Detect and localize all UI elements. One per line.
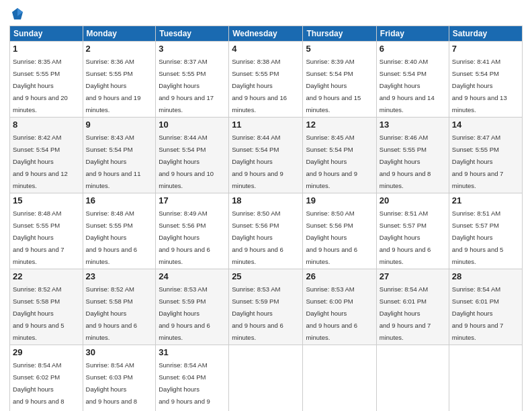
day-number: 31 [159,347,226,357]
day-info: Sunrise: 8:54 AMSunset: 6:02 PMDaylight … [13,361,64,411]
day-info: Sunrise: 8:53 AMSunset: 5:59 PMDaylight … [232,285,283,341]
day-info: Sunrise: 8:52 AMSunset: 5:58 PMDaylight … [13,285,64,341]
day-info: Sunrise: 8:38 AMSunset: 5:55 PMDaylight … [232,58,287,113]
logo [9,7,24,21]
calendar-day-cell: 7 Sunrise: 8:41 AMSunset: 5:54 PMDayligh… [449,42,522,118]
calendar-day-cell: 18 Sunrise: 8:50 AMSunset: 5:56 PMDaylig… [229,193,303,269]
calendar-day-cell: 31 Sunrise: 8:54 AMSunset: 6:04 PMDaylig… [156,345,229,412]
calendar-table: SundayMondayTuesdayWednesdayThursdayFrid… [9,26,523,411]
day-info: Sunrise: 8:44 AMSunset: 5:54 PMDaylight … [232,134,283,189]
day-info: Sunrise: 8:50 AMSunset: 5:56 PMDaylight … [306,210,357,265]
day-info: Sunrise: 8:54 AMSunset: 6:03 PMDaylight … [86,361,138,411]
day-info: Sunrise: 8:44 AMSunset: 5:54 PMDaylight … [159,134,214,189]
day-number: 2 [86,44,153,54]
day-number: 11 [232,120,300,130]
day-number: 7 [452,44,519,54]
day-info: Sunrise: 8:42 AMSunset: 5:54 PMDaylight … [13,134,68,189]
day-number: 27 [380,271,446,281]
calendar-day-cell: 26 Sunrise: 8:53 AMSunset: 6:00 PMDaylig… [303,269,376,345]
calendar-day-cell: 8 Sunrise: 8:42 AMSunset: 5:54 PMDayligh… [10,118,83,193]
calendar-body: 1 Sunrise: 8:35 AMSunset: 5:55 PMDayligh… [10,42,523,412]
calendar-day-cell [303,345,376,412]
day-info: Sunrise: 8:49 AMSunset: 5:56 PMDaylight … [159,210,210,265]
calendar-week-row: 15 Sunrise: 8:48 AMSunset: 5:55 PMDaylig… [10,193,523,269]
day-number: 25 [232,271,300,281]
day-info: Sunrise: 8:43 AMSunset: 5:54 PMDaylight … [86,134,141,189]
calendar-day-cell: 10 Sunrise: 8:44 AMSunset: 5:54 PMDaylig… [156,118,229,193]
day-info: Sunrise: 8:40 AMSunset: 5:54 PMDaylight … [380,58,435,113]
day-number: 26 [306,271,373,281]
day-number: 10 [159,120,226,130]
day-info: Sunrise: 8:46 AMSunset: 5:55 PMDaylight … [380,134,431,189]
day-number: 4 [232,44,300,54]
day-number: 18 [232,195,300,205]
day-info: Sunrise: 8:37 AMSunset: 5:55 PMDaylight … [159,58,214,113]
day-number: 20 [380,195,446,205]
calendar-day-cell: 2 Sunrise: 8:36 AMSunset: 5:55 PMDayligh… [83,42,156,118]
day-number: 22 [13,271,80,281]
calendar-day-cell: 11 Sunrise: 8:44 AMSunset: 5:54 PMDaylig… [229,118,303,193]
calendar-day-cell: 6 Sunrise: 8:40 AMSunset: 5:54 PMDayligh… [376,42,449,118]
day-info: Sunrise: 8:53 AMSunset: 5:59 PMDaylight … [159,285,210,341]
calendar-day-cell: 12 Sunrise: 8:45 AMSunset: 5:54 PMDaylig… [303,118,376,193]
calendar-day-cell: 1 Sunrise: 8:35 AMSunset: 5:55 PMDayligh… [10,42,83,118]
day-info: Sunrise: 8:51 AMSunset: 5:57 PMDaylight … [452,210,504,265]
calendar-day-cell: 4 Sunrise: 8:38 AMSunset: 5:55 PMDayligh… [229,42,303,118]
day-number: 30 [86,347,153,357]
day-info: Sunrise: 8:36 AMSunset: 5:55 PMDaylight … [86,58,141,113]
calendar-day-cell: 19 Sunrise: 8:50 AMSunset: 5:56 PMDaylig… [303,193,376,269]
header [9,7,523,21]
day-number: 14 [452,120,519,130]
day-info: Sunrise: 8:48 AMSunset: 5:55 PMDaylight … [13,210,64,265]
calendar-day-cell [229,345,303,412]
calendar-header-row: SundayMondayTuesdayWednesdayThursdayFrid… [10,26,523,42]
calendar-day-cell: 27 Sunrise: 8:54 AMSunset: 6:01 PMDaylig… [376,269,449,345]
day-number: 13 [380,120,446,130]
day-info: Sunrise: 8:41 AMSunset: 5:54 PMDaylight … [452,58,507,113]
calendar-day-cell: 25 Sunrise: 8:53 AMSunset: 5:59 PMDaylig… [229,269,303,345]
calendar-day-cell: 9 Sunrise: 8:43 AMSunset: 5:54 PMDayligh… [83,118,156,193]
day-number: 5 [306,44,373,54]
calendar-day-cell: 29 Sunrise: 8:54 AMSunset: 6:02 PMDaylig… [10,345,83,412]
calendar-header-cell: Tuesday [156,26,229,42]
day-number: 29 [13,347,80,357]
day-number: 1 [13,44,80,54]
day-number: 19 [306,195,373,205]
calendar-day-cell: 28 Sunrise: 8:54 AMSunset: 6:01 PMDaylig… [449,269,522,345]
calendar-week-row: 22 Sunrise: 8:52 AMSunset: 5:58 PMDaylig… [10,269,523,345]
calendar-day-cell: 21 Sunrise: 8:51 AMSunset: 5:57 PMDaylig… [449,193,522,269]
day-info: Sunrise: 8:54 AMSunset: 6:04 PMDaylight … [159,361,210,411]
calendar-day-cell: 24 Sunrise: 8:53 AMSunset: 5:59 PMDaylig… [156,269,229,345]
calendar-day-cell: 22 Sunrise: 8:52 AMSunset: 5:58 PMDaylig… [10,269,83,345]
calendar-day-cell: 16 Sunrise: 8:48 AMSunset: 5:55 PMDaylig… [83,193,156,269]
page: SundayMondayTuesdayWednesdayThursdayFrid… [0,0,532,411]
calendar-day-cell: 3 Sunrise: 8:37 AMSunset: 5:55 PMDayligh… [156,42,229,118]
day-info: Sunrise: 8:35 AMSunset: 5:55 PMDaylight … [13,58,68,113]
calendar-header-cell: Thursday [303,26,376,42]
day-number: 9 [86,120,153,130]
day-info: Sunrise: 8:54 AMSunset: 6:01 PMDaylight … [380,285,431,341]
day-number: 17 [159,195,226,205]
calendar-week-row: 1 Sunrise: 8:35 AMSunset: 5:55 PMDayligh… [10,42,523,118]
calendar-day-cell [449,345,522,412]
day-info: Sunrise: 8:53 AMSunset: 6:00 PMDaylight … [306,285,357,341]
day-number: 28 [452,271,519,281]
calendar-day-cell: 17 Sunrise: 8:49 AMSunset: 5:56 PMDaylig… [156,193,229,269]
day-info: Sunrise: 8:47 AMSunset: 5:55 PMDaylight … [452,134,504,189]
day-info: Sunrise: 8:52 AMSunset: 5:58 PMDaylight … [86,285,138,341]
logo-icon [11,7,24,21]
calendar-day-cell [376,345,449,412]
calendar-week-row: 29 Sunrise: 8:54 AMSunset: 6:02 PMDaylig… [10,345,523,412]
calendar-header-cell: Saturday [449,26,522,42]
calendar-week-row: 8 Sunrise: 8:42 AMSunset: 5:54 PMDayligh… [10,118,523,193]
calendar-header-cell: Sunday [10,26,83,42]
calendar-day-cell: 13 Sunrise: 8:46 AMSunset: 5:55 PMDaylig… [376,118,449,193]
calendar-day-cell: 5 Sunrise: 8:39 AMSunset: 5:54 PMDayligh… [303,42,376,118]
calendar-header-cell: Friday [376,26,449,42]
day-info: Sunrise: 8:48 AMSunset: 5:55 PMDaylight … [86,210,138,265]
calendar-header-cell: Monday [83,26,156,42]
day-info: Sunrise: 8:45 AMSunset: 5:54 PMDaylight … [306,134,357,189]
day-number: 12 [306,120,373,130]
calendar-header-cell: Wednesday [229,26,303,42]
day-number: 21 [452,195,519,205]
